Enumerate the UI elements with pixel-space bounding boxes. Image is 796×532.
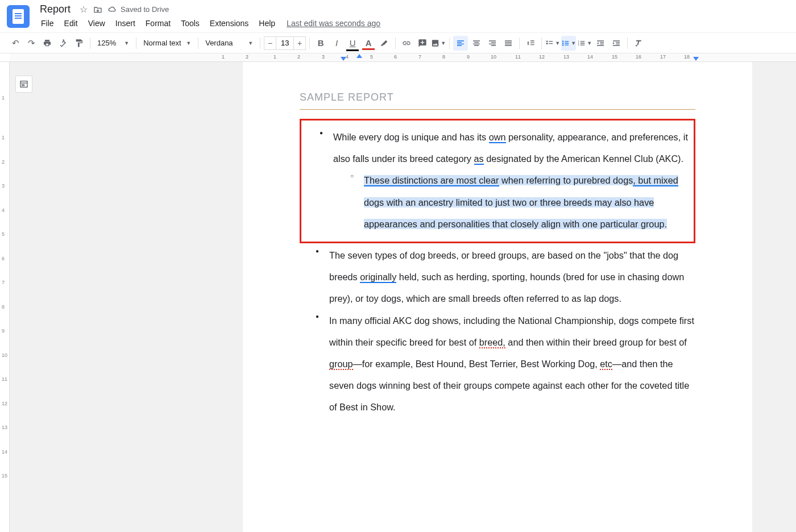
list-item[interactable]: The seven types of dog breeds, or breed … xyxy=(316,244,695,310)
cloud-saved-icon: Saved to Drive xyxy=(108,5,169,14)
svg-point-1 xyxy=(562,42,564,44)
list-item[interactable]: While every dog is unique and has its ow… xyxy=(320,126,691,235)
font-size-stepper: − + xyxy=(264,36,306,50)
list-item[interactable]: These distinctions are most clear when r… xyxy=(350,169,691,235)
move-icon[interactable] xyxy=(93,5,102,14)
left-indent-marker[interactable] xyxy=(356,54,362,58)
indent-decrease-button[interactable] xyxy=(593,36,608,51)
numbered-list-button[interactable]: ▼ xyxy=(577,36,592,51)
star-icon[interactable]: ☆ xyxy=(80,4,88,15)
menu-edit[interactable]: Edit xyxy=(60,16,82,30)
menu-file[interactable]: File xyxy=(36,16,59,30)
list-item[interactable]: In many official AKC dog shows, includin… xyxy=(316,310,695,418)
bulleted-list-button[interactable]: ▼ xyxy=(561,36,576,51)
menu-bar: File Edit View Insert Format Tools Exten… xyxy=(36,16,380,30)
app-header: Report ☆ Saved to Drive File Edit View I… xyxy=(0,0,796,33)
font-size-decrease[interactable]: − xyxy=(264,36,276,50)
first-line-indent-marker[interactable] xyxy=(341,57,346,61)
menu-tools[interactable]: Tools xyxy=(176,16,204,30)
font-select[interactable]: Verdana▼ xyxy=(202,39,256,47)
undo-button[interactable]: ↶ xyxy=(8,36,23,51)
document-page[interactable]: SAMPLE REPORT While every dog is unique … xyxy=(243,62,752,532)
highlighted-region: While every dog is unique and has its ow… xyxy=(300,119,695,243)
doc-title[interactable]: Report xyxy=(36,3,74,16)
highlight-button[interactable] xyxy=(377,36,392,51)
zoom-select[interactable]: 125%▼ xyxy=(94,39,132,47)
menu-help[interactable]: Help xyxy=(254,16,280,30)
last-edit-link[interactable]: Last edit was seconds ago xyxy=(287,19,380,28)
align-justify-button[interactable] xyxy=(501,36,516,51)
insert-comment-button[interactable] xyxy=(415,36,430,51)
font-size-input[interactable] xyxy=(276,36,293,50)
checklist-button[interactable]: ▼ xyxy=(545,36,560,51)
page-title: SAMPLE REPORT xyxy=(300,92,695,103)
docs-logo-icon[interactable] xyxy=(7,5,30,28)
heading-divider xyxy=(300,109,695,110)
font-size-increase[interactable]: + xyxy=(293,36,306,50)
clear-formatting-button[interactable] xyxy=(631,36,646,51)
style-select[interactable]: Normal text▼ xyxy=(140,39,194,47)
vertical-ruler[interactable]: 1 1 2 3 4 5 6 7 8 9 10 11 12 13 14 15 xyxy=(0,62,10,532)
print-button[interactable] xyxy=(40,36,55,51)
italic-button[interactable]: I xyxy=(329,36,344,51)
toolbar: ↶ ↷ 125%▼ Normal text▼ Verdana▼ − + B I … xyxy=(0,33,796,53)
insert-image-button[interactable]: ▼ xyxy=(431,36,446,51)
indent-increase-button[interactable] xyxy=(609,36,624,51)
horizontal-ruler[interactable]: 2 1 1 2 3 4 5 6 7 8 9 10 11 12 13 14 15 … xyxy=(0,53,796,62)
menu-format[interactable]: Format xyxy=(141,16,175,30)
align-center-button[interactable] xyxy=(469,36,484,51)
align-right-button[interactable] xyxy=(485,36,500,51)
svg-point-2 xyxy=(562,44,564,45)
underline-button[interactable]: U xyxy=(345,36,360,51)
line-spacing-button[interactable] xyxy=(523,36,538,51)
svg-point-0 xyxy=(562,40,564,42)
text-color-button[interactable]: A xyxy=(361,36,376,51)
paint-format-button[interactable] xyxy=(72,36,86,51)
spellcheck-button[interactable] xyxy=(56,36,71,51)
right-indent-marker[interactable] xyxy=(693,57,699,61)
align-left-button[interactable] xyxy=(453,36,468,51)
insert-link-button[interactable] xyxy=(399,36,414,51)
redo-button[interactable]: ↷ xyxy=(24,36,39,51)
menu-view[interactable]: View xyxy=(84,16,110,30)
workspace: 1 1 2 3 4 5 6 7 8 9 10 11 12 13 14 15 SA… xyxy=(0,62,796,532)
menu-extensions[interactable]: Extensions xyxy=(205,16,253,30)
menu-insert[interactable]: Insert xyxy=(111,16,140,30)
bold-button[interactable]: B xyxy=(313,36,328,51)
outline-toggle-button[interactable] xyxy=(15,76,32,93)
saved-text: Saved to Drive xyxy=(121,5,169,14)
